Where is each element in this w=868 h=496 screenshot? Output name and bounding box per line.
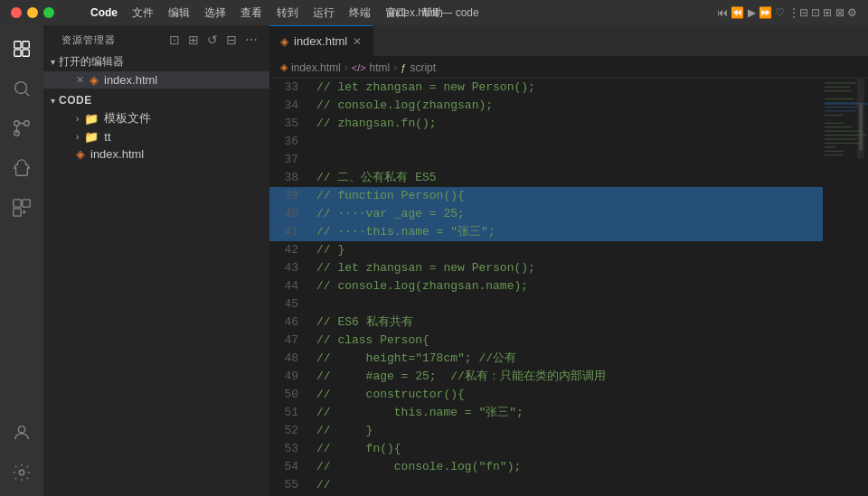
code-line-50: 50// constructor(){ — [269, 386, 823, 404]
folder-icon-1: 📁 — [84, 112, 99, 126]
code-line-42: 42// } — [269, 241, 823, 259]
html-file-icon: ◈ — [90, 73, 99, 87]
activity-debug[interactable] — [5, 152, 38, 184]
line-content[interactable]: // — [313, 476, 823, 494]
activity-git[interactable] — [5, 112, 38, 145]
breadcrumb-file[interactable]: index.html — [291, 61, 341, 74]
activity-explorer[interactable] — [5, 33, 38, 65]
line-number: 45 — [269, 295, 313, 314]
bc-file-icon: ◈ — [280, 61, 288, 73]
breadcrumb-sep-2: › — [393, 61, 397, 74]
activity-account[interactable] — [5, 416, 38, 449]
project-header[interactable]: ▾ CODE — [43, 92, 269, 108]
close-button[interactable] — [11, 7, 22, 18]
line-content[interactable]: // 二、公有私有 ES5 — [313, 169, 823, 187]
folder-tt[interactable]: › 📁 tt — [43, 128, 269, 145]
line-content[interactable]: // this.name = "张三"; — [313, 404, 823, 422]
line-content[interactable]: // ES6 私有共有 — [313, 314, 823, 332]
svg-rect-31 — [825, 151, 844, 152]
line-number: 44 — [269, 277, 313, 295]
code-line-39: 39// function Person(){ — [269, 187, 823, 205]
line-number: 53 — [269, 440, 313, 458]
svg-rect-21 — [825, 107, 857, 108]
line-number: 41 — [269, 223, 313, 241]
minimize-button[interactable] — [27, 7, 38, 18]
open-editors-header[interactable]: ▾ 打开的编辑器 — [43, 52, 269, 71]
svg-rect-15 — [825, 82, 856, 83]
folder-icon-2: 📁 — [84, 130, 99, 144]
menu-select[interactable]: 选择 — [204, 5, 226, 21]
activity-search[interactable] — [5, 72, 38, 105]
open-file-index-html[interactable]: ✕ ◈ index.html — [43, 71, 269, 89]
code-line-49: 49// #age = 25; //私有：只能在类的内部调用 — [269, 368, 823, 386]
tab-close-button[interactable]: ✕ — [353, 35, 362, 48]
line-number: 47 — [269, 332, 313, 350]
line-content[interactable]: // #age = 25; //私有：只能在类的内部调用 — [313, 368, 823, 386]
svg-rect-32 — [825, 154, 843, 155]
line-number: 50 — [269, 386, 313, 404]
menu-file[interactable]: 文件 — [132, 5, 154, 21]
refresh-icon[interactable]: ↺ — [207, 33, 219, 47]
code-line-51: 51// this.name = "张三"; — [269, 404, 823, 422]
line-number: 38 — [269, 169, 313, 187]
new-file-icon[interactable]: ⊡ — [169, 33, 181, 47]
svg-point-6 — [14, 121, 20, 126]
line-content[interactable] — [313, 133, 823, 151]
line-content[interactable] — [313, 151, 823, 169]
line-content[interactable]: // height="178cm"; //公有 — [313, 350, 823, 368]
tab-index-html[interactable]: ◈ index.html ✕ — [269, 25, 373, 56]
folder-templates[interactable]: › 📁 模板文件 — [43, 108, 269, 128]
line-content[interactable]: // class Person{ — [313, 332, 823, 350]
line-content[interactable]: // constructor(){ — [313, 386, 823, 404]
svg-rect-28 — [825, 139, 856, 140]
collapse-icon[interactable]: ⊟ — [226, 33, 238, 47]
menu-run[interactable]: 运行 — [313, 5, 335, 21]
line-content[interactable]: // zhangsan.fn(); — [313, 115, 823, 133]
menu-terminal[interactable]: 终端 — [349, 5, 371, 21]
close-file-icon[interactable]: ✕ — [76, 74, 84, 86]
line-content[interactable]: // } — [313, 241, 823, 259]
activity-extensions[interactable] — [5, 192, 38, 224]
line-content[interactable]: // console.log(zhangsan); — [313, 97, 823, 115]
menu-view[interactable]: 查看 — [241, 5, 262, 21]
line-content[interactable]: // let zhangsan = new Person(); — [313, 79, 823, 97]
open-file-name: index.html — [104, 73, 157, 87]
svg-rect-16 — [825, 87, 850, 88]
code-line-54: 54// console.log("fn"); — [269, 458, 823, 476]
line-content[interactable]: // ····var _age = 25; — [313, 205, 823, 223]
menu-edit[interactable]: 编辑 — [168, 5, 190, 21]
main-layout: 资源管理器 ⊡ ⊞ ↺ ⊟ ⋯ ▾ 打开的编辑器 ✕ ◈ index.html — [0, 25, 868, 496]
root-file-index-html[interactable]: ◈ index.html — [43, 145, 269, 163]
line-content[interactable]: // function Person(){ — [313, 187, 823, 205]
folder-name-2: tt — [104, 130, 110, 144]
more-icon[interactable]: ⋯ — [245, 33, 259, 47]
line-content[interactable]: // console.log(zhangsan.name); — [313, 277, 823, 295]
code-line-37: 37 — [269, 151, 823, 169]
menu-goto[interactable]: 转到 — [277, 5, 298, 21]
activity-settings[interactable] — [5, 456, 38, 489]
line-content[interactable]: // console.log("fn"); — [313, 458, 823, 476]
breadcrumb-script[interactable]: script — [410, 61, 436, 74]
editor-main[interactable]: 33// let zhangsan = new Person();34// co… — [269, 79, 823, 496]
breadcrumb-html[interactable]: html — [370, 61, 391, 74]
svg-rect-25 — [825, 126, 852, 127]
line-content[interactable]: // } — [313, 422, 823, 440]
line-content[interactable]: // ····this.name = "张三"; — [313, 223, 823, 241]
svg-point-4 — [15, 82, 27, 94]
open-editors-chevron: ▾ — [51, 57, 55, 67]
svg-rect-2 — [14, 50, 21, 56]
line-content[interactable]: // fn(){ — [313, 440, 823, 458]
line-number: 34 — [269, 97, 313, 115]
activity-bar — [0, 25, 43, 496]
menu-app[interactable]: Code — [90, 6, 118, 19]
code-line-48: 48// height="178cm"; //公有 — [269, 350, 823, 368]
line-number: 36 — [269, 133, 313, 151]
folder-name-1: 模板文件 — [104, 110, 151, 126]
svg-rect-1 — [23, 42, 29, 48]
line-content[interactable] — [313, 295, 823, 314]
folder-chevron-2: › — [76, 132, 79, 142]
line-content[interactable]: // let zhangsan = new Person(); — [313, 259, 823, 277]
maximize-button[interactable] — [43, 7, 54, 18]
line-number: 43 — [269, 259, 313, 277]
new-folder-icon[interactable]: ⊞ — [188, 33, 200, 47]
